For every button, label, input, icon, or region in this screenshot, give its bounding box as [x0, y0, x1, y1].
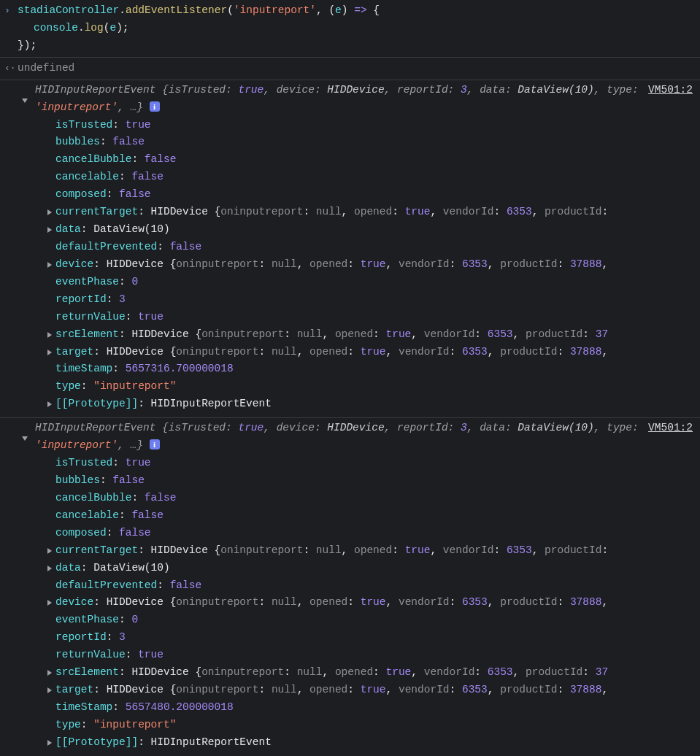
return-value: undefined: [18, 62, 74, 74]
property-row: reportId: 3: [47, 291, 694, 309]
property-row[interactable]: srcElement: HIDDevice {oninputreport: nu…: [47, 326, 694, 344]
property-row: composed: false: [47, 186, 694, 204]
property-row: cancelable: false: [47, 169, 694, 186]
property-row[interactable]: currentTarget: HIDDevice {oninputreport:…: [47, 204, 694, 221]
object-properties: isTrusted: truebubbles: falsecancelBubbl…: [22, 455, 694, 752]
info-icon[interactable]: i: [150, 439, 160, 450]
property-row[interactable]: [[Prototype]]: HIDInputReportEvent: [47, 396, 694, 413]
property-row: timeStamp: 5657316.700000018: [47, 360, 694, 378]
caret-right-icon[interactable]: [47, 566, 52, 571]
input-log: log: [85, 22, 104, 34]
property-row: eventPhase: 0: [47, 274, 694, 291]
caret-down-icon[interactable]: [22, 436, 28, 441]
input-arg1: 'inputreport': [234, 4, 316, 16]
object-properties: isTrusted: truebubbles: falsecancelBubbl…: [22, 117, 694, 414]
property-row: type: "inputreport": [47, 378, 694, 396]
caret-right-icon[interactable]: [47, 209, 52, 215]
property-row: bubbles: false: [47, 134, 694, 151]
property-row[interactable]: target: HIDDevice {oninputreport: null, …: [47, 344, 694, 361]
input-obj: stadiaController: [18, 4, 119, 16]
caret-right-icon[interactable]: [47, 600, 52, 606]
console-input[interactable]: › stadiaController.addEventListener('inp…: [0, 0, 700, 58]
property-row: defaultPrevented: false: [47, 239, 694, 256]
caret-right-icon[interactable]: [47, 227, 52, 233]
property-row: returnValue: true: [47, 647, 694, 664]
property-row[interactable]: data: DataView(10): [47, 560, 694, 577]
input-fn: addEventListener: [126, 4, 227, 16]
object-header[interactable]: HIDInputReportEvent {isTrusted: true, de…: [22, 420, 694, 455]
caret-right-icon[interactable]: [47, 740, 52, 746]
property-row: cancelBubble: false: [47, 490, 694, 507]
property-row[interactable]: device: HIDDevice {oninputreport: null, …: [47, 256, 694, 274]
property-row: isTrusted: true: [47, 455, 694, 472]
log-entry[interactable]: VM501:2HIDInputReportEvent {isTrusted: t…: [0, 80, 700, 419]
caret-right-icon[interactable]: [47, 548, 52, 554]
property-row[interactable]: srcElement: HIDDevice {oninputreport: nu…: [47, 664, 694, 682]
caret-right-icon[interactable]: [47, 670, 52, 676]
property-row: eventPhase: 0: [47, 612, 694, 629]
property-row: cancelable: false: [47, 507, 694, 525]
property-row: composed: false: [47, 525, 694, 542]
property-row: isTrusted: true: [47, 117, 694, 134]
input-logarg: e: [109, 22, 116, 34]
info-icon[interactable]: i: [150, 101, 160, 112]
property-row[interactable]: currentTarget: HIDDevice {oninputreport:…: [47, 542, 694, 560]
caret-right-icon[interactable]: [47, 350, 52, 355]
property-row[interactable]: [[Prototype]]: HIDInputReportEvent: [47, 734, 694, 752]
property-row: defaultPrevented: false: [47, 577, 694, 595]
property-row: reportId: 3: [47, 629, 694, 647]
property-row: cancelBubble: false: [47, 151, 694, 169]
input-console: console: [34, 22, 78, 34]
console-return: ‹· undefined: [0, 58, 700, 80]
caret-right-icon[interactable]: [47, 262, 52, 268]
property-row: timeStamp: 5657480.200000018: [47, 699, 694, 717]
log-entry[interactable]: VM501:2HIDInputReportEvent {isTrusted: t…: [0, 418, 700, 756]
property-row: type: "inputreport": [47, 717, 694, 734]
chevron-right-icon: ›: [4, 3, 10, 18]
property-row[interactable]: device: HIDDevice {oninputreport: null, …: [47, 594, 694, 612]
caret-down-icon[interactable]: [22, 99, 28, 103]
property-row[interactable]: data: DataView(10): [47, 221, 694, 239]
property-row: bubbles: false: [47, 472, 694, 490]
object-header[interactable]: HIDInputReportEvent {isTrusted: true, de…: [22, 82, 694, 117]
caret-right-icon[interactable]: [47, 401, 52, 407]
return-arrow-icon: ‹·: [4, 61, 16, 76]
caret-right-icon[interactable]: [47, 687, 52, 693]
input-param: e: [335, 4, 342, 16]
property-row: returnValue: true: [47, 309, 694, 326]
caret-right-icon[interactable]: [47, 332, 52, 338]
property-row[interactable]: target: HIDDevice {oninputreport: null, …: [47, 682, 694, 699]
